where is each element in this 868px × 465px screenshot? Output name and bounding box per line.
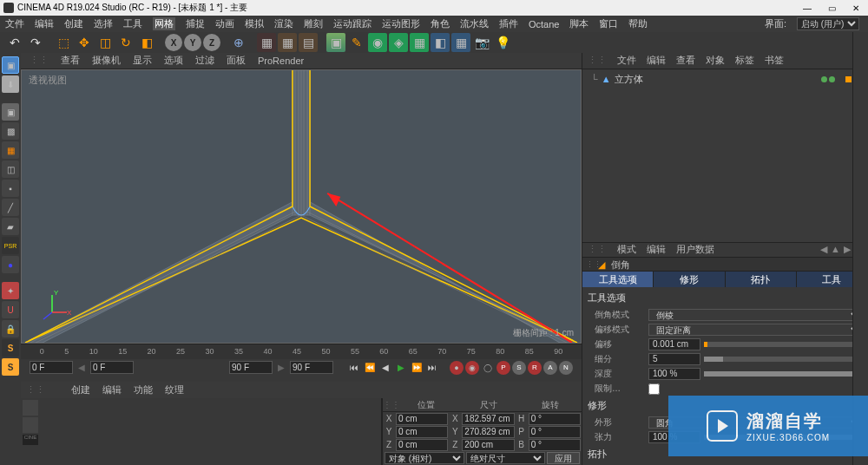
cube-preset-icon[interactable]: ▣	[2, 56, 19, 74]
menu-mograph[interactable]: 运动图形	[382, 17, 420, 30]
move-tool-icon[interactable]: ✥	[75, 33, 94, 52]
menu-plugins[interactable]: 插件	[499, 17, 518, 30]
key-pla-icon[interactable]: A	[543, 361, 557, 375]
offset-input[interactable]: 0.001 cm	[648, 338, 700, 350]
make-editable-icon[interactable]: ⬇	[2, 75, 19, 93]
step-forward-icon[interactable]: ⏩	[410, 361, 424, 375]
workplane-snap-icon[interactable]: S	[2, 358, 19, 376]
rot-h-input[interactable]: 0 °	[529, 413, 581, 425]
tab-texture[interactable]: 纹理	[165, 383, 184, 396]
step-back-icon[interactable]: ⏪	[363, 361, 377, 375]
bevel-mode-select[interactable]: 倒棱	[648, 309, 863, 321]
minimize-button[interactable]: —	[795, 0, 819, 16]
offset-slider[interactable]	[704, 342, 863, 347]
menu-render[interactable]: 渲染	[274, 17, 293, 30]
autokey-icon[interactable]: ◉	[465, 361, 479, 375]
menu-script[interactable]: 脚本	[569, 17, 589, 30]
attr-edit[interactable]: 编辑	[647, 243, 666, 256]
record-key-icon[interactable]: ●	[450, 361, 464, 375]
object-item-cube[interactable]: └ ▲ 立方体	[591, 73, 859, 86]
add-generator-icon[interactable]: ◈	[389, 33, 408, 52]
add-cube-icon[interactable]: ▣	[326, 33, 345, 52]
attr-grip-icon[interactable]: ⋮⋮	[588, 244, 607, 255]
key-pos-icon[interactable]: P	[496, 361, 510, 375]
pos-x-input[interactable]: 0 cm	[396, 413, 448, 425]
object-name[interactable]: 立方体	[615, 73, 643, 86]
subdiv-input[interactable]: 5	[648, 353, 700, 365]
menu-sculpt[interactable]: 雕刻	[304, 17, 323, 30]
depth-input[interactable]: 100 %	[648, 368, 700, 380]
attr-userdata[interactable]: 用户数据	[676, 243, 714, 256]
uv-mode-icon[interactable]: ◫	[2, 160, 19, 178]
point-mode-icon[interactable]: ▪	[2, 180, 19, 197]
rotate-tool-icon[interactable]: ↻	[116, 33, 135, 52]
locked-icon[interactable]: 🔒	[2, 320, 19, 337]
goto-start-icon[interactable]: ⏮	[347, 361, 361, 375]
start-frame-input[interactable]	[30, 361, 73, 374]
key-rot-icon[interactable]: R	[528, 361, 542, 375]
pos-z-input[interactable]: 0 cm	[396, 439, 448, 451]
size-y-input[interactable]: 270.829 cm	[462, 426, 514, 438]
mat-new-icon[interactable]	[23, 400, 38, 416]
magnet-icon[interactable]: U	[2, 301, 19, 318]
tab-function[interactable]: 功能	[134, 383, 153, 396]
undo-button[interactable]: ↶	[5, 33, 24, 52]
attr-tab-tooloptions[interactable]: 工具选项	[582, 272, 654, 287]
snap-toggle-icon[interactable]: S	[2, 339, 19, 357]
maximize-button[interactable]: ▭	[819, 0, 844, 16]
visibility-editor-dot[interactable]	[821, 76, 827, 82]
key-selection-icon[interactable]: ◯	[481, 361, 495, 375]
mat-layers-icon[interactable]	[23, 417, 38, 433]
obj-bookmarks[interactable]: 书签	[765, 54, 784, 67]
axis-y-toggle[interactable]: Y	[184, 34, 201, 51]
texture-mode-icon[interactable]: ▩	[2, 122, 19, 140]
model-mode-icon[interactable]: ▣	[2, 103, 19, 121]
render-settings-icon[interactable]: ▤	[299, 33, 318, 52]
menu-select[interactable]: 选择	[94, 17, 113, 30]
menu-file[interactable]: 文件	[5, 17, 24, 30]
menu-mesh[interactable]: 网格	[153, 17, 175, 30]
object-tree[interactable]: └ ▲ 立方体	[582, 69, 868, 243]
menu-snap[interactable]: 捕捉	[186, 17, 205, 30]
menu-motiontracker[interactable]: 运动跟踪	[333, 17, 372, 30]
vp-view[interactable]: 查看	[61, 54, 80, 67]
phong-tag-icon[interactable]	[845, 76, 852, 82]
attr-nav-back-icon[interactable]: ◀	[820, 244, 827, 255]
menu-simulate[interactable]: 模拟	[245, 17, 264, 30]
attr-nav-fwd-icon[interactable]: ▶	[844, 244, 851, 255]
workplane-icon[interactable]: ▦	[2, 141, 19, 159]
timeline-ruler[interactable]: 0 5 10 15 20 25 30 35 40 45 50 55 60 65 …	[21, 344, 582, 359]
close-button[interactable]: ✕	[844, 0, 868, 16]
menu-tools[interactable]: 工具	[123, 17, 142, 30]
size-z-input[interactable]: 200 cm	[462, 439, 514, 451]
last-tool-icon[interactable]: ◧	[137, 33, 156, 52]
render-view-icon[interactable]: ▦	[257, 33, 276, 52]
render-pv-icon[interactable]: ▦	[278, 33, 297, 52]
obj-view[interactable]: 查看	[676, 54, 695, 67]
vp-panel[interactable]: 面板	[227, 54, 246, 67]
axis-gizmo[interactable]: Y X	[39, 286, 74, 321]
add-environment-icon[interactable]: ▦	[451, 33, 470, 52]
material-manager[interactable]: CINE	[21, 398, 382, 465]
live-select-icon[interactable]: ⬚	[54, 33, 73, 52]
rot-p-input[interactable]: 0 °	[529, 426, 581, 438]
subdiv-slider[interactable]	[704, 357, 863, 362]
rot-b-input[interactable]: 0 °	[529, 439, 581, 451]
viewport-solo-icon[interactable]: ●	[2, 256, 19, 273]
attr-mode[interactable]: 模式	[617, 243, 636, 256]
vp-options[interactable]: 选项	[164, 54, 183, 67]
pos-y-input[interactable]: 0 cm	[396, 426, 448, 438]
viewport[interactable]: 透视视图	[21, 69, 582, 344]
vp-camera[interactable]: 摄像机	[92, 54, 121, 67]
menu-edit[interactable]: 编辑	[35, 17, 54, 30]
coord-grip-icon[interactable]: ⋮⋮	[383, 400, 395, 409]
attr-nav-up-icon[interactable]: ▲	[831, 244, 840, 255]
coord-system-icon[interactable]: ⊕	[229, 33, 248, 52]
offset-mode-select[interactable]: 固定距离	[648, 324, 863, 336]
layout-select[interactable]: 启动 (用户)	[797, 17, 859, 30]
obj-tags[interactable]: 标签	[735, 54, 754, 67]
depth-slider[interactable]	[704, 371, 863, 377]
add-spline-icon[interactable]: ✎	[347, 33, 366, 52]
current-frame-input[interactable]	[90, 361, 134, 374]
axis-z-toggle[interactable]: Z	[203, 34, 220, 51]
